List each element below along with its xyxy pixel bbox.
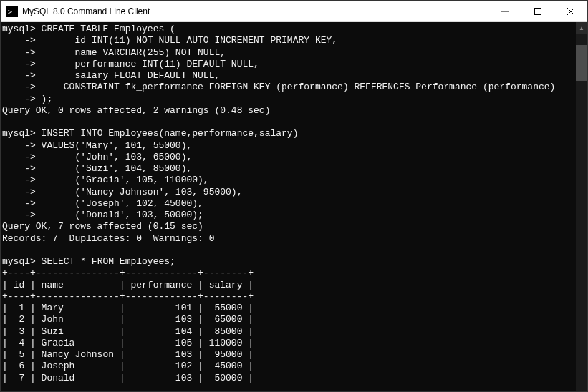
cont-prompt: -> [2,187,36,197]
table-row: | 5 | Nancy Johnson | 103 | 95000 | [2,349,254,360]
cont-prompt: -> [2,35,36,46]
app-window: >_ MySQL 8.0 Command Line Client mysql> … [0,0,588,392]
table-header: | id | name | performance | salary | [2,280,254,290]
cont-prompt: -> [2,94,36,104]
cont-prompt: -> [2,70,36,81]
sql-line: ('Gracia', 105, 110000), [36,175,209,185]
sql-line: performance INT(11) DEFAULT NULL, [36,59,259,69]
scrollbar[interactable]: ▲ [576,22,587,391]
prompt: mysql> [2,128,36,139]
sql-line: ); [36,94,52,104]
sql-line: CONSTRAINT fk_performance FOREIGN KEY (p… [36,82,556,92]
window-title: MySQL 8.0 Command Line Client [22,6,150,16]
close-button[interactable] [554,1,587,21]
sql-line: salary FLOAT DEFAULT NULL, [36,70,220,81]
sql-line: SELECT * FROM Employees; [36,256,175,267]
minimize-icon [501,8,509,15]
cont-prompt: -> [2,140,36,151]
titlebar-left: >_ MySQL 8.0 Command Line Client [6,6,150,17]
table-border: +----+---------------+-------------+----… [2,291,254,302]
terminal[interactable]: mysql> CREATE TABLE Employees ( -> id IN… [1,22,576,391]
table-border: +----+---------------+-------------+----… [2,268,254,278]
result-line: Query OK, 7 rows affected (0.15 sec) [2,221,203,232]
titlebar[interactable]: >_ MySQL 8.0 Command Line Client [1,1,587,22]
sql-line: INSERT INTO Employees(name,performance,s… [36,128,299,139]
prompt: mysql> [2,256,36,267]
result-line: Query OK, 0 rows affected, 2 warnings (0… [2,105,270,116]
table-row: | 3 | Suzi | 104 | 85000 | [2,326,254,337]
cont-prompt: -> [2,210,36,220]
terminal-wrapper: mysql> CREATE TABLE Employees ( -> id IN… [1,22,587,391]
app-icon: >_ [6,6,18,17]
close-icon [567,8,574,15]
table-row: | 2 | John | 103 | 65000 | [2,314,254,325]
cont-prompt: -> [2,152,36,162]
cont-prompt: -> [2,163,36,174]
cont-prompt: -> [2,198,36,209]
maximize-button[interactable] [521,1,554,21]
sql-line: CREATE TABLE Employees ( [36,24,175,34]
scroll-up-icon[interactable]: ▲ [576,22,587,34]
maximize-icon [534,8,541,15]
scroll-thumb[interactable] [576,45,587,81]
sql-line: name VARCHAR(255) NOT NULL, [36,47,226,58]
svg-text:>_: >_ [8,8,17,16]
cont-prompt: -> [2,59,36,69]
prompt: mysql> [2,24,36,34]
table-row: | 1 | Mary | 101 | 55000 | [2,303,254,313]
minimize-button[interactable] [488,1,521,21]
result-line: Records: 7 Duplicates: 0 Warnings: 0 [2,233,214,244]
sql-line: ('Suzi', 104, 85000), [36,163,192,174]
sql-line: ('Donald', 103, 50000); [36,210,203,220]
sql-line: ('Nancy Johnson', 103, 95000), [36,187,243,197]
table-row: | 6 | Joseph | 102 | 45000 | [2,361,254,371]
cont-prompt: -> [2,82,36,92]
cont-prompt: -> [2,47,36,58]
window-controls [488,1,587,21]
sql-line: VALUES('Mary', 101, 55000), [36,140,192,151]
svg-rect-3 [535,8,541,14]
cont-prompt: -> [2,175,36,185]
sql-line: ('John', 103, 65000), [36,152,192,162]
sql-line: id INT(11) NOT NULL AUTO_INCREMENT PRIMA… [36,35,337,46]
table-row: | 7 | Donald | 103 | 50000 | [2,373,254,383]
sql-line: ('Joseph', 102, 45000), [36,198,203,209]
table-row: | 4 | Gracia | 105 | 110000 | [2,338,254,348]
